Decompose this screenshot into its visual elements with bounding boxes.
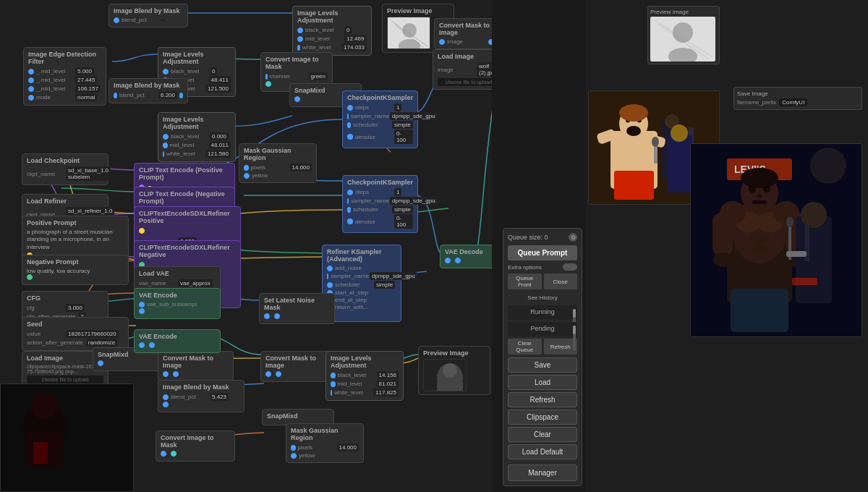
- node-mask-gaussian-bottom[interactable]: Mask Gaussian Region pixels14.000 yellow: [286, 423, 364, 463]
- node-mask-gaussian[interactable]: Mask Gaussian Region pixels14.000 yellow: [239, 143, 317, 183]
- svg-point-16: [673, 22, 693, 43]
- svg-rect-8: [437, 381, 463, 391]
- extra-options-label: Extra options: [508, 264, 542, 271]
- queue-front-button[interactable]: Queue Front: [508, 273, 542, 289]
- node-image-blend-2[interactable]: Image Blend by Mask blend_pct6.200: [109, 78, 188, 103]
- node-preview-bottom[interactable]: Preview Image: [418, 346, 490, 395]
- load-button[interactable]: Load: [508, 375, 577, 390]
- load-default-button[interactable]: Load Default: [508, 444, 577, 459]
- running-area: Running: [508, 305, 577, 320]
- node-checkpoint-ksampler-1[interactable]: CheckpointKSampler steps1 sampler_namedp…: [342, 90, 418, 148]
- extra-options-toggle[interactable]: [563, 263, 577, 271]
- node-convert-mask-top[interactable]: Convert Mask to Image image: [434, 18, 492, 49]
- node-edge-detection[interactable]: Image Edge Detection Filter _.mid_level5…: [23, 47, 106, 106]
- pending-scrollbar[interactable]: [573, 326, 576, 351]
- svg-point-30: [626, 126, 641, 136]
- node-convert-img-mask-bottom[interactable]: Convert Image to Mask: [156, 430, 235, 462]
- queue-sub-row: Queue Front Close: [508, 273, 577, 289]
- node-set-noise-mask[interactable]: Set Latest Noise Mask: [259, 293, 335, 324]
- node-seed[interactable]: Seed value182617179660020 action_after_g…: [22, 317, 129, 351]
- node-checkpoint-ksampler-2[interactable]: CheckpointKSampler steps1 sampler_namedp…: [342, 175, 418, 233]
- athlete-image: LEVI'S: [690, 143, 862, 337]
- svg-rect-14: [1, 384, 134, 492]
- manager-button[interactable]: Manager: [508, 465, 577, 481]
- svg-rect-35: [667, 135, 692, 192]
- node-vae-encode[interactable]: VAE Encode vae_sub_subsampl: [134, 288, 221, 319]
- save-image-title: Save Image: [737, 90, 859, 97]
- bottom-left-image: [0, 383, 134, 492]
- save-button[interactable]: Save: [508, 357, 577, 373]
- refresh-button[interactable]: Refresh: [508, 392, 577, 407]
- pending-area: Pending: [508, 322, 577, 336]
- close-button[interactable]: Close: [544, 273, 578, 289]
- svg-point-33: [619, 104, 648, 122]
- running-label: Running: [530, 308, 555, 315]
- node-load-image-top[interactable]: Load Image imagewolf (2).jpg choose file…: [433, 49, 492, 90]
- preview-node-right[interactable]: Preview Image: [647, 6, 720, 64]
- node-image-blend-1[interactable]: Image Blend by Mask blend_pct: [109, 4, 188, 27]
- svg-point-7: [443, 363, 457, 378]
- svg-point-36: [671, 124, 688, 142]
- node-convert-mask-bottom-1[interactable]: Convert Mask to Image: [158, 351, 234, 382]
- svg-point-38: [652, 137, 659, 147]
- clear-queue-refresh-row: Clear Queue Refresh: [508, 339, 577, 355]
- node-vae-decode-1[interactable]: VAE Decode: [440, 245, 492, 268]
- node-canvas[interactable]: Image Levels Adjustment black_level0 mid…: [0, 0, 492, 492]
- node-image-levels-bottom[interactable]: Image Levels Adjustment black_level14.15…: [326, 351, 404, 401]
- svg-rect-34: [614, 171, 654, 200]
- node-negative-prompt[interactable]: Negative Prompt low quality, low accurac…: [22, 255, 129, 285]
- control-panel: Queue size: 0 ⚙ Queue Prompt Extra optio…: [503, 228, 582, 486]
- preview-title-right: Preview Image: [650, 9, 717, 15]
- clipspace-button[interactable]: Clipspace: [508, 410, 577, 425]
- clear-button[interactable]: Clear: [508, 427, 577, 442]
- right-panel: Preview Image Save Image filename_prefix…: [586, 0, 868, 492]
- save-image-node[interactable]: Save Image filename_prefix ComfyUI: [733, 87, 862, 110]
- node-image-levels-3[interactable]: Image Levels Adjustment black_level0.000…: [158, 112, 236, 162]
- see-history-button[interactable]: See History: [508, 293, 577, 302]
- node-vae-encode-2[interactable]: VAE Encode: [134, 329, 221, 353]
- node-load-checkpoint[interactable]: Load Checkpoint ckpt_namesd_xl_base_1.0 …: [22, 153, 109, 185]
- svg-point-1: [402, 23, 417, 38]
- queue-header: Queue size: 0 ⚙: [508, 233, 577, 242]
- node-image-blend-bottom[interactable]: Image Blend by Mask blend_pct5.423: [158, 380, 244, 412]
- preview-thumb-right: [650, 17, 715, 62]
- queue-prompt-button[interactable]: Queue Prompt: [508, 245, 577, 260]
- extra-options-row: Extra options: [508, 263, 577, 271]
- clear-queue-button[interactable]: Clear Queue: [508, 339, 542, 355]
- svg-rect-69: [691, 144, 862, 337]
- node-image-levels-1[interactable]: Image Levels Adjustment black_level0 mid…: [292, 6, 372, 56]
- settings-icon[interactable]: ⚙: [569, 233, 577, 242]
- queue-size-label: Queue size: 0: [508, 234, 548, 241]
- pending-label: Pending: [530, 325, 554, 332]
